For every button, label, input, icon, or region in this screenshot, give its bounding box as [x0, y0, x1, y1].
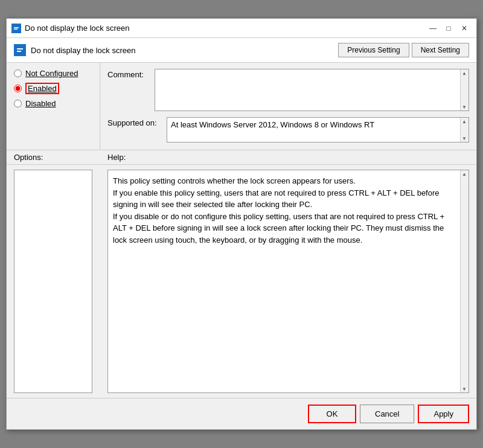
- help-section-label: Help:: [100, 153, 476, 162]
- help-scrollbar[interactable]: ▲ ▼: [460, 170, 469, 392]
- help-scroll-down[interactable]: ▼: [461, 385, 468, 392]
- enabled-label: Enabled: [25, 83, 59, 94]
- comment-label: Comment:: [107, 69, 150, 111]
- comment-section: Comment: ▲ ▼: [107, 69, 469, 111]
- svg-rect-5: [17, 51, 21, 52]
- window-icon: [11, 24, 21, 33]
- svg-rect-0: [13, 25, 20, 32]
- comment-scrollbar[interactable]: ▲ ▼: [460, 69, 469, 110]
- supported-scroll-down[interactable]: ▼: [461, 135, 468, 142]
- ok-button[interactable]: OK: [308, 405, 356, 423]
- main-window: Do not display the lock screen — □ ✕ Do …: [6, 18, 477, 430]
- window-title: Do not display the lock screen: [25, 24, 129, 33]
- minimize-button[interactable]: —: [426, 21, 440, 36]
- previous-setting-button[interactable]: Previous Setting: [338, 43, 409, 57]
- scroll-up-arrow[interactable]: ▲: [461, 69, 468, 77]
- svg-rect-3: [16, 46, 24, 54]
- title-bar-controls: — □ ✕: [426, 21, 472, 36]
- radio-group: Not Configured Enabled Disabled: [14, 69, 92, 108]
- svg-rect-4: [17, 48, 23, 50]
- supported-section: Supported on: At least Windows Server 20…: [107, 117, 469, 142]
- apply-button[interactable]: Apply: [418, 405, 469, 423]
- options-box: [14, 170, 92, 393]
- help-text: This policy setting controls whether the…: [108, 170, 460, 392]
- svg-rect-1: [14, 27, 19, 28]
- header-section: Do not display the lock screen Previous …: [7, 38, 476, 63]
- not-configured-radio[interactable]: [14, 69, 22, 77]
- scroll-down-arrow[interactable]: ▼: [461, 103, 468, 110]
- header-title: Do not display the lock screen: [14, 44, 135, 56]
- supported-scrollbar[interactable]: ▲ ▼: [460, 118, 469, 142]
- help-paragraph-2: If you enable this policy setting, users…: [113, 187, 455, 211]
- supported-scroll-up[interactable]: ▲: [461, 118, 468, 125]
- disabled-option[interactable]: Disabled: [14, 99, 92, 108]
- help-container: This policy setting controls whether the…: [107, 170, 469, 393]
- disabled-radio[interactable]: [14, 100, 22, 107]
- header-icon: [14, 44, 26, 56]
- svg-rect-2: [14, 28, 18, 30]
- bottom-bar: OK Cancel Apply: [7, 398, 476, 429]
- enabled-option[interactable]: Enabled: [14, 83, 92, 94]
- next-setting-button[interactable]: Next Setting: [412, 43, 469, 57]
- supported-container: At least Windows Server 2012, Windows 8 …: [167, 117, 469, 142]
- supported-text: At least Windows Server 2012, Windows 8 …: [167, 118, 460, 142]
- help-paragraph-3: If you disable or do not configure this …: [113, 211, 455, 246]
- enabled-radio[interactable]: [14, 85, 22, 92]
- header-title-text: Do not display the lock screen: [31, 46, 135, 55]
- comment-input[interactable]: [155, 69, 460, 110]
- comment-textarea-container: ▲ ▼: [155, 69, 469, 111]
- cancel-button[interactable]: Cancel: [360, 405, 414, 423]
- options-section-label: Options:: [7, 153, 100, 162]
- not-configured-label: Not Configured: [25, 69, 78, 78]
- supported-label: Supported on:: [107, 117, 162, 127]
- close-button[interactable]: ✕: [457, 21, 472, 36]
- title-bar-left: Do not display the lock screen: [11, 24, 129, 33]
- help-scroll-up[interactable]: ▲: [461, 170, 468, 178]
- left-panel: Not Configured Enabled Disabled: [7, 63, 100, 150]
- title-bar: Do not display the lock screen — □ ✕: [7, 19, 476, 38]
- not-configured-option[interactable]: Not Configured: [14, 69, 92, 78]
- nav-buttons: Previous Setting Next Setting: [338, 43, 469, 57]
- disabled-label: Disabled: [25, 99, 56, 108]
- maximize-button[interactable]: □: [441, 21, 456, 36]
- help-paragraph-1: This policy setting controls whether the…: [113, 175, 455, 187]
